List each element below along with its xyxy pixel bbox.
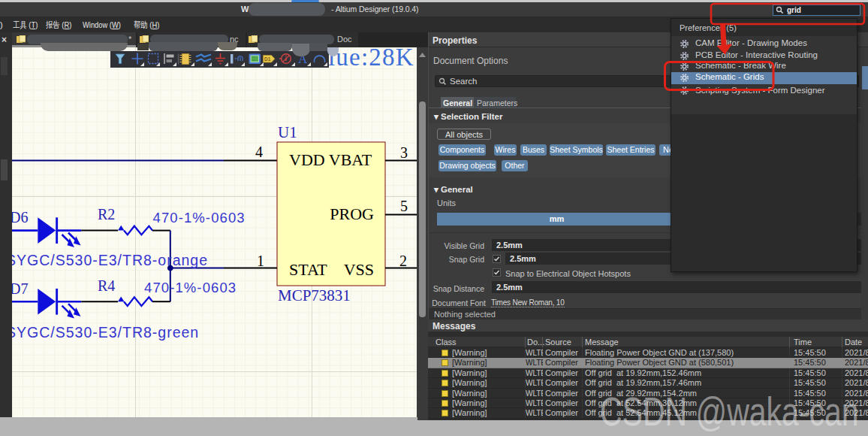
- svg-text:SYGC/S530-E3/TR8-orange: SYGC/S530-E3/TR8-orange: [12, 252, 208, 268]
- svg-text:5: 5: [400, 198, 408, 214]
- svg-text:U1: U1: [278, 123, 297, 141]
- svg-text:R4: R4: [98, 277, 115, 294]
- svg-text:D1: D1: [264, 56, 271, 62]
- svg-text:PROG: PROG: [330, 204, 374, 223]
- svg-text:SYGC/S530-E3/TR8-green: SYGC/S530-E3/TR8-green: [12, 324, 199, 341]
- svg-text:470-1%-0603: 470-1%-0603: [144, 280, 237, 295]
- svg-text:4: 4: [255, 144, 263, 160]
- svg-text:STAT: STAT: [289, 260, 327, 279]
- svg-text:1: 1: [257, 253, 264, 269]
- svg-text:MCP73831: MCP73831: [278, 286, 351, 304]
- svg-text:VSS: VSS: [344, 260, 374, 279]
- svg-text:VDD VBAT: VDD VBAT: [289, 150, 372, 169]
- svg-text:D6: D6: [12, 209, 28, 226]
- svg-text:lue:28K: lue:28K: [328, 47, 414, 71]
- svg-text:3: 3: [400, 144, 408, 161]
- svg-text:470-1%-0603: 470-1%-0603: [153, 210, 246, 226]
- svg-text:R2: R2: [98, 206, 115, 223]
- svg-text:D7: D7: [12, 280, 28, 297]
- svg-text:2: 2: [399, 253, 407, 269]
